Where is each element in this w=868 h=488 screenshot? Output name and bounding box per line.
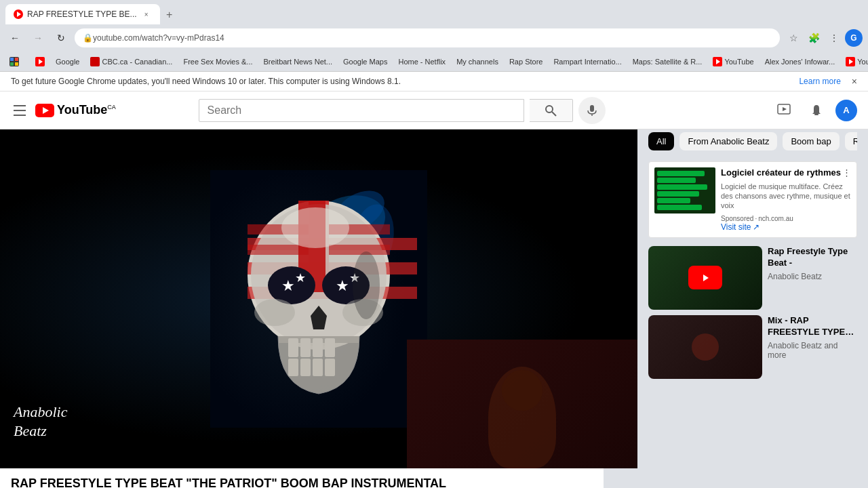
filter-tab-boombap[interactable]: Boom bap [783, 132, 839, 150]
video-title: RAP FREESTYLE TYPE BEAT "THE PATRIOT" BO… [11, 476, 593, 488]
learn-more-link[interactable]: Learn more [799, 77, 840, 86]
header-actions: A [770, 97, 857, 124]
bookmark-apps[interactable] [5, 56, 23, 68]
bookmark-maps-sat[interactable]: Maps: Satellite & R... [629, 56, 707, 67]
filter-tab-anabolic[interactable]: From Anabolic Beatz [679, 132, 777, 150]
user-avatar[interactable]: A [835, 100, 857, 121]
filter-tab-all[interactable]: All [648, 132, 674, 150]
svg-point-38 [254, 299, 295, 326]
bookmark-infowars-label: Alex Jones' Infowar... [765, 58, 835, 66]
search-input[interactable] [199, 104, 524, 117]
svg-text:★: ★ [336, 277, 349, 294]
upload-button[interactable] [770, 97, 797, 124]
microphone-button[interactable] [578, 97, 606, 124]
filter-tabs: All From Anabolic Beatz Boom bap Rel... … [648, 129, 857, 153]
svg-marker-7 [849, 59, 853, 64]
search-box[interactable] [199, 99, 524, 122]
search-icon [544, 104, 557, 117]
new-tab-button[interactable]: + [160, 5, 179, 24]
bookmark-rapstore[interactable]: Rap Store [505, 56, 547, 67]
bookmark-breitbart[interactable]: Breitbart News Net... [260, 56, 336, 67]
hamburger-menu[interactable] [11, 100, 33, 121]
visit-site-link[interactable]: Visit site ↗ [721, 222, 851, 232]
youtube-app: YouTubeCA [0, 92, 868, 488]
ad-menu-button[interactable]: ⋮ [842, 167, 851, 178]
menu-button[interactable]: ⋮ [825, 28, 844, 47]
bookmark-mychannels[interactable]: My channels [452, 56, 502, 67]
tab-favicon [14, 9, 23, 19]
svg-text:★: ★ [295, 271, 306, 285]
bookmark-rampart[interactable]: Rampart Internatio... [549, 56, 625, 67]
youtube-logo-area[interactable]: YouTubeCA [11, 100, 116, 121]
bookmark-maps-sat-label: Maps: Satellite & R... [633, 58, 703, 66]
hamburger-line-3 [14, 115, 26, 116]
hamburger-line-2 [14, 110, 26, 111]
filter-tab-rel[interactable]: Rel... [845, 132, 857, 150]
waveform-3 [657, 184, 707, 190]
extension-button[interactable]: 🧩 [804, 28, 823, 47]
bookmark-breitbart-label: Breitbart News Net... [264, 58, 332, 66]
right-sidebar: All From Anabolic Beatz Boom bap Rel... … [637, 129, 868, 488]
waveform-5 [657, 198, 690, 203]
dot-separator: · [755, 215, 757, 222]
tab-title: RAP FREESTYLE TYPE BE... [27, 9, 137, 19]
rec-title-1: Rap Freestyle Type Beat - [768, 246, 857, 269]
ad-source: nch.com.au [758, 215, 793, 222]
recommended-video-2[interactable]: Mix - RAP FREESTYLE TYPE BEAT 'THE PATRI… [648, 315, 857, 379]
svg-rect-12 [590, 105, 594, 112]
bookmark-free-sex-label: Free Sex Movies &... [183, 58, 252, 66]
bookmark-google[interactable]: Google [52, 56, 83, 67]
close-tab-button[interactable]: × [141, 9, 152, 20]
bookmark-youtube-fav[interactable] [31, 56, 49, 68]
skull-image: ★ ★ ★ ★ [210, 170, 427, 428]
bookmark-gmaps-label: Google Maps [343, 58, 387, 66]
bookmark-gmaps[interactable]: Google Maps [339, 56, 391, 67]
content-area: ★ ★ ★ ★ [0, 129, 868, 488]
waveform-2 [657, 178, 696, 183]
waveform-6 [657, 205, 702, 210]
bookmark-infowars[interactable]: Alex Jones' Infowar... [761, 56, 840, 67]
bookmark-button[interactable]: ☆ [784, 28, 803, 47]
bookmark-cbc-label: CBC.ca - Canadian... [102, 58, 172, 66]
back-button[interactable]: ← [5, 28, 24, 47]
reload-button[interactable]: ↻ [52, 28, 71, 47]
bookmark-netflix[interactable]: Home - Netflix [394, 56, 450, 67]
close-notification-button[interactable]: × [852, 76, 857, 87]
bookmark-youtube1[interactable]: YouTube [709, 56, 757, 68]
svg-rect-29 [248, 245, 309, 255]
notifications-button[interactable] [803, 97, 830, 124]
advertisement-card: Logiciel créateur de rythmes Logiciel de… [648, 161, 857, 238]
ad-thumbnail [654, 167, 715, 214]
bookmark-youtube1-label: YouTube [724, 58, 753, 66]
bookmark-youtube2-label: YouTube [857, 58, 868, 66]
address-bar-row: ← → ↻ 🔒 youtube.com/watch?v=vy-mPdras14 … [0, 24, 868, 52]
active-tab[interactable]: RAP FREESTYLE TYPE BE... × [5, 4, 160, 24]
svg-rect-3 [10, 62, 14, 66]
profile-button[interactable]: G [845, 29, 863, 47]
svg-marker-51 [703, 274, 709, 281]
search-button[interactable] [530, 99, 573, 122]
svg-point-50 [353, 251, 380, 319]
video-player[interactable]: ★ ★ ★ ★ [0, 129, 637, 468]
rec-title-2: Mix - RAP FREESTYLE TYPE BEAT 'THE PATRI… [768, 315, 857, 338]
waveform-4 [657, 191, 699, 197]
upload-icon [776, 103, 791, 118]
bookmark-netflix-label: Home - Netflix [398, 58, 446, 66]
svg-rect-1 [10, 58, 14, 61]
bookmark-free-sex[interactable]: Free Sex Movies &... [179, 56, 256, 67]
main-video-section: ★ ★ ★ ★ [0, 129, 637, 488]
bookmark-cbc[interactable]: CBC.ca - Canadian... [86, 56, 176, 68]
youtube-logo-text: YouTubeCA [57, 103, 116, 117]
ad-info: Logiciel créateur de rythmes Logiciel de… [721, 167, 851, 232]
svg-marker-0 [17, 12, 21, 17]
rec-channel-2: Anabolic Beatz and more [768, 341, 857, 360]
notif-message: To get future Google Chrome updates, you… [11, 77, 401, 86]
forward-button[interactable]: → [28, 28, 47, 47]
bookmark-youtube2[interactable]: YouTube [842, 56, 868, 68]
bookmark-rampart-label: Rampart Internatio... [553, 58, 621, 66]
address-bar[interactable]: 🔒 youtube.com/watch?v=vy-mPdras14 [75, 28, 780, 47]
waveform-1 [657, 171, 705, 176]
video-watermark: Anabolic Beatz [14, 403, 67, 441]
lock-icon: 🔒 [83, 33, 93, 43]
recommended-video-1[interactable]: Rap Freestyle Type Beat - Anabolic Beatz [648, 246, 857, 310]
